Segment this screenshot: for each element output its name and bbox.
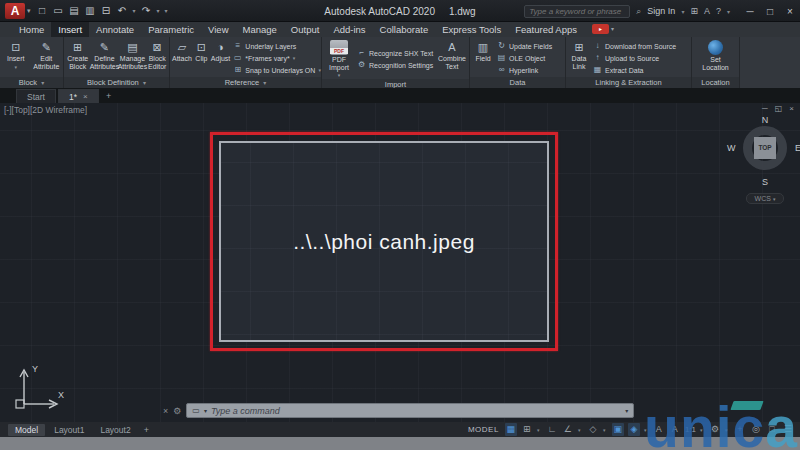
drawing-minimize-button[interactable]: ─ <box>762 104 768 113</box>
model-space-badge[interactable]: MODEL <box>468 425 499 434</box>
sign-in-caret-icon[interactable]: ▾ <box>681 8 684 15</box>
snap-toggle-icon[interactable]: ⊞ <box>521 423 533 436</box>
panel-label-reference[interactable]: Reference ▾ <box>170 77 321 88</box>
panel-label-linking[interactable]: Linking & Extraction <box>566 77 691 88</box>
field-button[interactable]: ▥ Field <box>471 39 495 77</box>
redo-caret-icon[interactable]: ▾ <box>155 7 162 14</box>
autodesk-connect-icon[interactable]: A <box>704 6 710 16</box>
tab-manage[interactable]: Manage <box>236 22 284 37</box>
app-menu-caret-icon[interactable]: ▾ <box>27 7 31 15</box>
isolate-objects-icon[interactable]: ◎ <box>750 423 762 436</box>
snap-to-underlays-button[interactable]: ⊞ Snap to Underlays ON ▾ <box>233 65 321 76</box>
scale-caret-icon[interactable]: ▾ <box>700 427 705 433</box>
search-input[interactable] <box>524 5 630 18</box>
recognize-shx-button[interactable]: ⌐ Recognize SHX Text <box>357 48 435 59</box>
underlay-layers-button[interactable]: ≡ Underlay Layers <box>233 41 321 52</box>
search-icon[interactable]: ⌕ <box>636 6 641 17</box>
download-from-source-button[interactable]: ↓ Download from Source <box>593 41 676 52</box>
viewcube-top-face[interactable]: TOP <box>754 137 776 159</box>
tab-featured-apps[interactable]: Featured Apps <box>508 22 584 37</box>
redo-icon[interactable]: ↷ <box>139 3 154 18</box>
viewcube-south[interactable]: S <box>732 177 798 187</box>
wcs-dropdown[interactable]: WCS ▾ <box>746 193 784 204</box>
close-button[interactable]: × <box>784 6 796 17</box>
insert-button[interactable]: ⊡ Insert ▾ <box>1 39 31 77</box>
sign-in-button[interactable]: Sign In <box>647 6 675 16</box>
tab-home[interactable]: Home <box>12 22 51 37</box>
grid-toggle-icon[interactable]: ▦ <box>505 423 517 436</box>
set-location-button[interactable]: Set Location <box>696 39 736 77</box>
command-customize-icon[interactable]: ⚙ <box>173 406 181 416</box>
ortho-toggle-icon[interactable]: ∟ <box>546 423 558 436</box>
new-drawing-tab-button[interactable]: + <box>101 89 117 103</box>
update-fields-button[interactable]: ↻ Update Fields <box>497 41 552 52</box>
new-layout-button[interactable]: + <box>140 425 153 435</box>
isodraft-icon[interactable]: ◇ <box>587 423 599 436</box>
tab-insert[interactable]: Insert <box>51 22 89 37</box>
command-input[interactable]: ▭ ▾ Type a command ▾ <box>186 403 634 418</box>
clip-button[interactable]: ⊡ Clip <box>193 39 210 77</box>
drawing-close-button[interactable]: × <box>789 104 794 113</box>
customization-menu-icon[interactable]: ☰ <box>782 423 794 436</box>
polar-caret-icon[interactable]: ▾ <box>578 427 583 433</box>
layout-tab-layout2[interactable]: Layout2 <box>93 424 137 436</box>
app-store-icon[interactable]: ⊞ <box>690 6 698 16</box>
undo-caret-icon[interactable]: ▾ <box>131 7 138 14</box>
tab-view[interactable]: View <box>201 22 235 37</box>
panel-label-location[interactable]: Location <box>692 77 739 88</box>
connect-badge-icon[interactable]: ▸ <box>592 24 609 34</box>
annotation-monitor-icon[interactable]: + <box>734 423 746 436</box>
viewcube-north[interactable]: N <box>732 115 798 125</box>
save-as-icon[interactable]: ▥ <box>83 3 98 18</box>
minimize-button[interactable]: ─ <box>744 6 756 17</box>
file-tab-start[interactable]: Start <box>16 89 56 103</box>
annotation-visibility-icon[interactable]: A <box>653 423 665 436</box>
workspace-caret-icon[interactable]: ▾ <box>725 427 730 433</box>
viewcube-west[interactable]: W <box>727 143 736 153</box>
frames-vary-button[interactable]: ▭ *Frames vary* ▾ <box>233 53 321 64</box>
tab-annotate[interactable]: Annotate <box>89 22 141 37</box>
upload-to-source-button[interactable]: ↑ Upload to Source <box>593 53 676 64</box>
panel-label-data[interactable]: Data <box>470 77 565 88</box>
help-caret-icon[interactable]: ▾ <box>727 8 730 15</box>
tab-express-tools[interactable]: Express Tools <box>435 22 508 37</box>
file-tab-drawing[interactable]: 1* × <box>58 89 99 103</box>
qat-customize-caret-icon[interactable]: ▾ <box>163 7 170 14</box>
maximize-button[interactable]: □ <box>764 6 776 17</box>
attach-button[interactable]: ▱ Attach <box>171 39 193 77</box>
panel-label-block[interactable]: Block ▾ <box>0 77 63 88</box>
osnap-caret-icon[interactable]: ▾ <box>644 427 649 433</box>
plot-icon[interactable]: ⊟ <box>99 3 114 18</box>
layout-tab-model[interactable]: Model <box>8 424 45 436</box>
isodraft-caret-icon[interactable]: ▾ <box>603 427 608 433</box>
annotation-scale-button[interactable]: 1:1 <box>685 425 696 434</box>
combine-text-button[interactable]: A Combine Text <box>437 39 467 79</box>
data-link-button[interactable]: ⊞ Data Link <box>567 39 591 77</box>
layout-tab-layout1[interactable]: Layout1 <box>47 424 91 436</box>
block-editor-button[interactable]: ⊠ Block Editor <box>146 39 168 77</box>
connect-badge-caret-icon[interactable]: ▾ <box>611 22 614 37</box>
workspace-gear-icon[interactable]: ⚙ <box>709 423 721 436</box>
adjust-button[interactable]: ◑ Adjust <box>210 39 231 77</box>
polar-tracking-icon[interactable]: ∠ <box>562 423 574 436</box>
extract-data-button[interactable]: ▦ Extract Data <box>593 65 676 76</box>
attached-image-frame[interactable]: ..\..\phoi canh.jpeg <box>219 141 549 342</box>
tab-add-ins[interactable]: Add-ins <box>326 22 372 37</box>
object-snap-3d-icon[interactable]: ◈ <box>628 423 640 436</box>
undo-icon[interactable]: ↶ <box>115 3 130 18</box>
autocad-logo-icon[interactable]: A <box>5 3 25 19</box>
autoscale-icon[interactable]: A <box>669 423 681 436</box>
hyperlink-button[interactable]: ∞ Hyperlink <box>497 65 552 76</box>
object-snap-icon[interactable]: ▣ <box>612 423 624 436</box>
tab-collaborate[interactable]: Collaborate <box>373 22 436 37</box>
define-attributes-button[interactable]: ✎ Define Attributes <box>90 39 118 77</box>
create-block-button[interactable]: ⊞ Create Block <box>65 39 90 77</box>
snap-caret-icon[interactable]: ▾ <box>537 427 542 433</box>
help-icon[interactable]: ? <box>716 6 721 16</box>
viewcube[interactable]: TOP N S W E WCS ▾ <box>732 117 798 209</box>
edit-attribute-button[interactable]: ✎ Edit Attribute <box>31 39 62 77</box>
panel-label-block-definition[interactable]: Block Definition ▾ <box>64 77 169 88</box>
manage-attributes-button[interactable]: ▤ Manage Attributes <box>118 39 146 77</box>
panel-label-import[interactable]: Import <box>322 79 469 88</box>
command-close-icon[interactable]: × <box>163 406 168 416</box>
